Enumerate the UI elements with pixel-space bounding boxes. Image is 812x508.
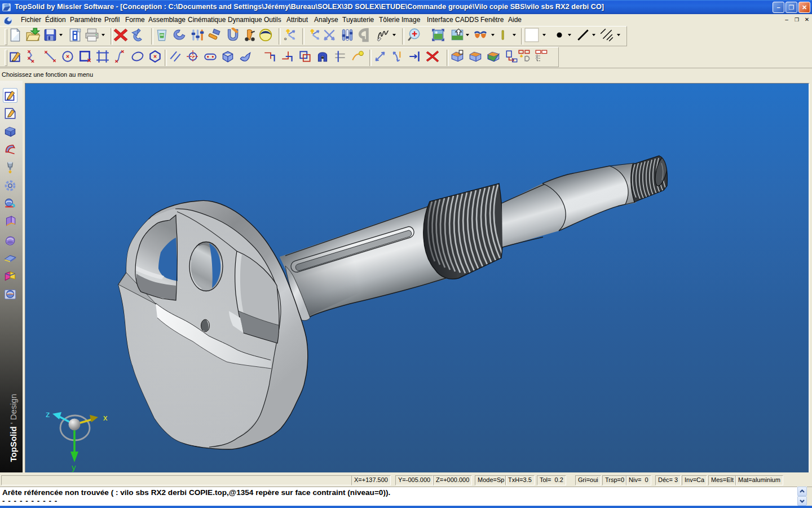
svg-text:z: z xyxy=(46,409,50,419)
svg-text:y: y xyxy=(72,462,76,472)
svg-text:o: o xyxy=(284,36,286,41)
svg-text:x: x xyxy=(103,413,108,422)
